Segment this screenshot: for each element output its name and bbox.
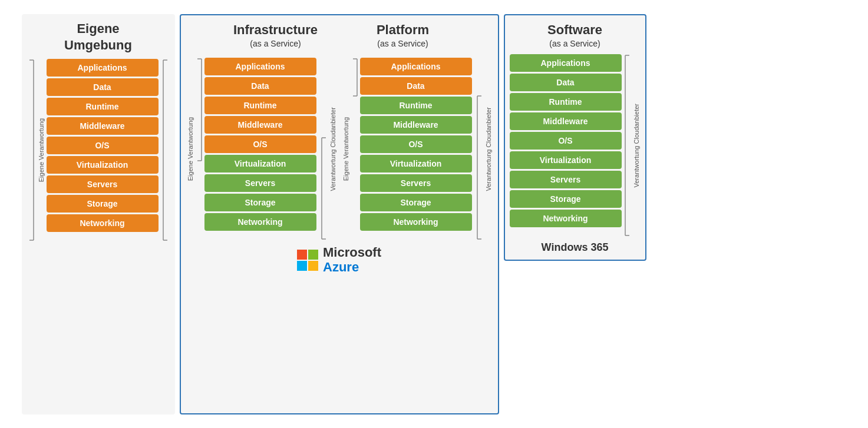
iaas-layer-data: Data xyxy=(204,77,316,95)
iaas-left-brace-wrap xyxy=(196,58,203,240)
paas-layer-virtualization: Virtualization xyxy=(360,155,472,172)
saas-layer-data: Data xyxy=(510,74,622,91)
iaas-layers: Applications Data Runtime Middleware O/S… xyxy=(204,58,319,240)
saas-layers: Applications Data Runtime Middleware O/S… xyxy=(510,54,623,237)
main-container: Eigene Umgebung Eigene Verantwortung App… xyxy=(16,8,853,420)
saas-layer-storage: Storage xyxy=(510,190,622,208)
paas-column: Eigene Verantwortung Applications Data R… xyxy=(342,58,492,240)
paas-layer-os: O/S xyxy=(360,135,472,153)
ms-logo-blue xyxy=(297,261,307,271)
paas-right-label: Verantwortung Cloudanbieter xyxy=(485,107,492,191)
azure-columns: Eigene Verantwortung Applications Data R… xyxy=(187,58,492,240)
iaas-right-label-wrap: Verantwortung Cloudanbieter xyxy=(329,58,336,240)
iaas-layer-applications: Applications xyxy=(204,58,316,75)
win365-label: Windows 365 xyxy=(542,241,609,254)
ms-text-block: Microsoft Azure xyxy=(323,245,381,275)
paas-header: Platform (as a Service) xyxy=(344,22,462,54)
eigene-layer-data: Data xyxy=(47,78,159,96)
paas-layers: Applications Data Runtime Middleware O/S… xyxy=(360,58,474,240)
paas-right-label-wrap: Verantwortung Cloudanbieter xyxy=(485,58,492,240)
paas-layer-data: Data xyxy=(360,77,472,95)
paas-subtitle: (as a Service) xyxy=(344,39,462,48)
eigene-title-line1: Eigene xyxy=(77,21,119,37)
eigene-title-line2: Umgebung xyxy=(64,38,132,53)
iaas-layer-servers: Servers xyxy=(204,174,316,192)
iaas-layer-networking: Networking xyxy=(204,213,316,231)
azure-box: Infrastructure (as a Service) Platform (… xyxy=(180,14,499,414)
saas-layer-os: O/S xyxy=(510,132,622,150)
eigene-umgebung-section: Eigene Umgebung Eigene Verantwortung App… xyxy=(22,14,175,414)
eigene-layer-storage: Storage xyxy=(47,195,159,213)
eigene-right-brace xyxy=(161,59,170,241)
paas-title: Platform xyxy=(344,22,462,38)
paas-right-brace-svg xyxy=(476,58,483,240)
saas-title: Software xyxy=(547,22,602,38)
iaas-layer-virtualization: Virtualization xyxy=(204,155,316,172)
eigene-layers: Applications Data Runtime Middleware O/S… xyxy=(47,59,159,241)
saas-right-label: Verantwortung Cloudanbieter xyxy=(633,104,640,187)
paas-left-label: Eigene Verantwortung xyxy=(342,117,349,181)
eigene-layer-applications: Applications xyxy=(47,59,159,77)
saas-layer-networking: Networking xyxy=(510,210,622,227)
paas-left-brace-svg xyxy=(351,58,358,240)
saas-layer-virtualization: Virtualization xyxy=(510,151,622,169)
win365-box: Software (as a Service) Applications Dat… xyxy=(504,14,646,261)
eigene-right-brace-svg xyxy=(161,59,170,241)
eigene-layer-networking: Networking xyxy=(47,214,159,232)
saas-right-brace-svg xyxy=(624,54,631,237)
iaas-layer-storage: Storage xyxy=(204,194,316,211)
saas-right-brace-wrap xyxy=(624,54,631,237)
paas-layer-runtime: Runtime xyxy=(360,97,472,114)
iaas-layer-runtime: Runtime xyxy=(204,97,316,114)
iaas-title: Infrastructure xyxy=(217,22,335,38)
eigene-left-brace-svg xyxy=(27,59,36,241)
paas-left-label-wrap: Eigene Verantwortung xyxy=(342,58,349,240)
eigene-umgebung-box: Eigene Umgebung Eigene Verantwortung App… xyxy=(22,14,175,414)
iaas-left-label-wrap: Eigene Verantwortung xyxy=(187,58,194,240)
eigene-layer-servers: Servers xyxy=(47,175,159,193)
paas-layer-middleware: Middleware xyxy=(360,116,472,134)
ms-logo-yellow xyxy=(308,261,318,271)
saas-right-label-wrap: Verantwortung Cloudanbieter xyxy=(633,54,640,237)
eigene-layer-runtime: Runtime xyxy=(47,98,159,115)
paas-left-brace-wrap xyxy=(351,58,358,240)
saas-section: Software (as a Service) Applications Dat… xyxy=(504,14,646,414)
eigene-left-label-container: Eigene Verantwortung xyxy=(38,59,44,241)
iaas-subtitle: (as a Service) xyxy=(217,39,335,48)
iaas-left-brace-svg xyxy=(196,58,203,240)
eigene-content: Eigene Verantwortung Applications Data R… xyxy=(27,59,170,241)
paas-layer-storage: Storage xyxy=(360,194,472,211)
saas-layer-servers: Servers xyxy=(510,171,622,188)
azure-logo-area: Microsoft Azure xyxy=(297,245,381,275)
paas-layer-applications: Applications xyxy=(360,58,472,75)
ms-logo-red xyxy=(297,250,307,260)
saas-layer-middleware: Middleware xyxy=(510,112,622,130)
iaas-right-brace-svg xyxy=(321,58,328,240)
azure-header-row: Infrastructure (as a Service) Platform (… xyxy=(217,22,462,54)
iaas-layer-os: O/S xyxy=(204,135,316,153)
eigene-left-label: Eigene Verantwortung xyxy=(36,118,47,182)
eigene-layer-middleware: Middleware xyxy=(47,117,159,135)
iaas-left-label: Eigene Verantwortung xyxy=(187,117,194,181)
paas-layer-networking: Networking xyxy=(360,213,472,231)
saas-content: Applications Data Runtime Middleware O/S… xyxy=(510,54,641,237)
eigene-layer-os: O/S xyxy=(47,137,159,154)
iaas-layer-middleware: Middleware xyxy=(204,116,316,134)
paas-right-brace-wrap xyxy=(476,58,483,240)
iaas-header: Infrastructure (as a Service) xyxy=(217,22,335,54)
ms-logo xyxy=(297,250,318,271)
eigene-left-brace xyxy=(27,59,36,241)
iaas-right-label: Verantwortung Cloudanbieter xyxy=(329,107,336,191)
saas-layer-runtime: Runtime xyxy=(510,93,622,111)
iaas-right-brace-wrap xyxy=(321,58,328,240)
saas-subtitle: (as a Service) xyxy=(549,39,600,48)
ms-azure: Azure xyxy=(323,260,381,275)
eigene-layer-virtualization: Virtualization xyxy=(47,156,159,174)
ms-logo-green xyxy=(308,250,318,260)
iaas-column: Eigene Verantwortung Applications Data R… xyxy=(187,58,336,240)
saas-layer-applications: Applications xyxy=(510,54,622,72)
ms-name: Microsoft xyxy=(323,245,381,260)
paas-layer-servers: Servers xyxy=(360,174,472,192)
